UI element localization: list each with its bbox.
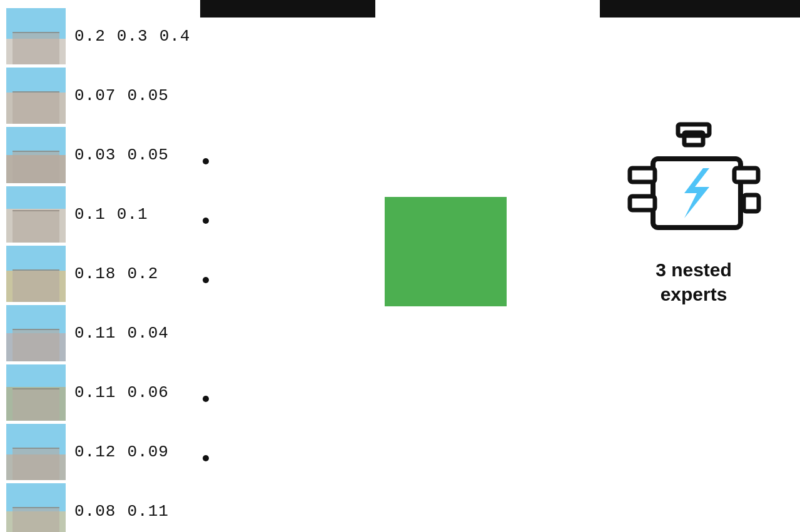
dot-slot [203, 309, 209, 369]
thumbnail [6, 246, 66, 302]
num2: 0.06 [127, 383, 168, 402]
dot-indicator [203, 218, 209, 224]
svg-rect-1 [684, 133, 703, 145]
image-list: 0.20.30.40.070.050.030.050.10.10.180.20.… [6, 6, 190, 532]
dot-indicator [203, 277, 209, 283]
row-numbers: 0.070.05 [74, 86, 169, 105]
row-numbers: 0.110.04 [74, 324, 169, 343]
num1: 0.12 [74, 443, 116, 461]
num2: 0.2 [127, 264, 158, 283]
num2: 0.3 [117, 27, 148, 46]
svg-rect-5 [734, 168, 758, 182]
list-item: 0.180.2 [6, 244, 190, 303]
num2: 0.11 [127, 502, 168, 521]
num1: 0.11 [74, 383, 116, 402]
thumbnail [6, 424, 66, 480]
list-item: 0.110.06 [6, 363, 190, 422]
vit-subtitle: 3 nestedexperts [656, 258, 732, 306]
dot-slot [203, 250, 209, 309]
num2: 0.05 [127, 86, 168, 105]
dots-column [203, 13, 209, 532]
num1: 0.2 [74, 27, 106, 46]
dot-slot [203, 191, 209, 250]
thumbnail [6, 483, 66, 533]
row-numbers: 0.080.11 [74, 502, 169, 521]
thumbnail [6, 68, 66, 124]
row-numbers: 0.180.2 [74, 264, 158, 283]
row-numbers: 0.030.05 [74, 146, 169, 164]
num1: 0.18 [74, 264, 116, 283]
svg-rect-3 [630, 168, 655, 182]
thumbnail [6, 186, 66, 243]
list-item: 0.120.09 [6, 422, 190, 481]
list-item: 0.110.04 [6, 303, 190, 363]
thumbnail [6, 8, 66, 64]
row-numbers: 0.10.1 [74, 205, 148, 224]
num2: 0.09 [127, 443, 168, 461]
top-bar-left [200, 0, 375, 18]
svg-rect-6 [744, 195, 759, 211]
list-item: 0.080.11 [6, 481, 190, 532]
list-item: 0.030.05 [6, 125, 190, 184]
thumbnail [6, 127, 66, 183]
thumbnail [6, 305, 66, 361]
dot-slot [203, 369, 209, 428]
svg-rect-4 [630, 196, 655, 210]
num1: 0.1 [74, 205, 106, 224]
top-bar-right [600, 0, 800, 18]
dot-slot [203, 488, 209, 532]
dot-indicator [203, 396, 209, 402]
num3: 0.4 [159, 27, 191, 46]
num1: 0.03 [74, 146, 116, 164]
dot-slot [203, 428, 209, 488]
num2: 0.05 [127, 146, 168, 164]
list-item: 0.070.05 [6, 66, 190, 125]
row-numbers: 0.20.30.4 [74, 27, 190, 46]
dot-indicator [203, 455, 209, 461]
dot-slot [203, 13, 209, 72]
num1: 0.08 [74, 502, 116, 521]
vit-panel: 3 nestedexperts [625, 113, 762, 306]
num2: 0.1 [117, 205, 148, 224]
list-item: 0.10.1 [6, 184, 190, 244]
num1: 0.07 [74, 86, 116, 105]
engine-icon [625, 121, 762, 246]
row-numbers: 0.120.09 [74, 443, 169, 461]
router-box [385, 197, 507, 306]
row-numbers: 0.110.06 [74, 383, 169, 402]
dot-slot [203, 131, 209, 191]
thumbnail [6, 364, 66, 421]
list-item: 0.20.30.4 [6, 6, 190, 66]
num2: 0.04 [127, 324, 168, 343]
num1: 0.11 [74, 324, 116, 343]
dot-slot [203, 72, 209, 131]
dot-indicator [203, 158, 209, 164]
